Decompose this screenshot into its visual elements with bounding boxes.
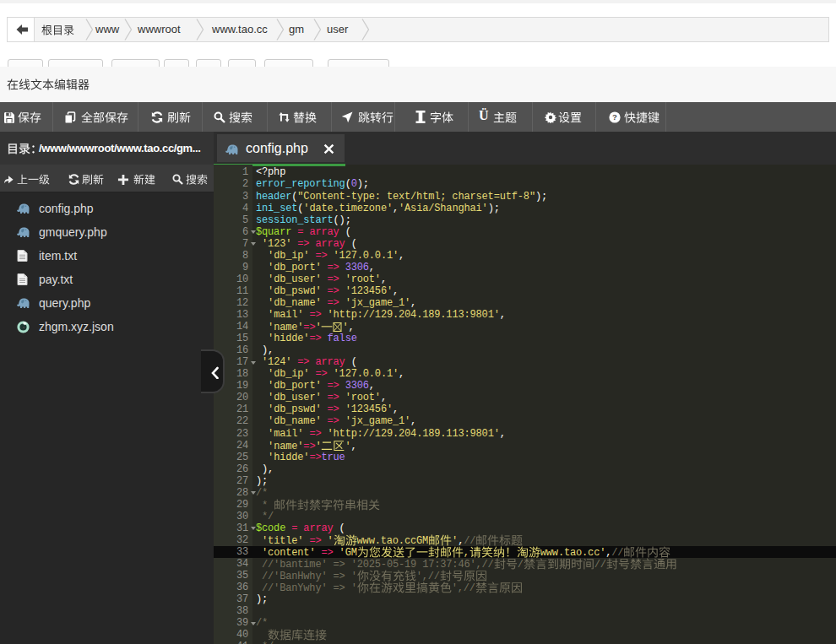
svg-text:?: ? bbox=[612, 112, 617, 122]
